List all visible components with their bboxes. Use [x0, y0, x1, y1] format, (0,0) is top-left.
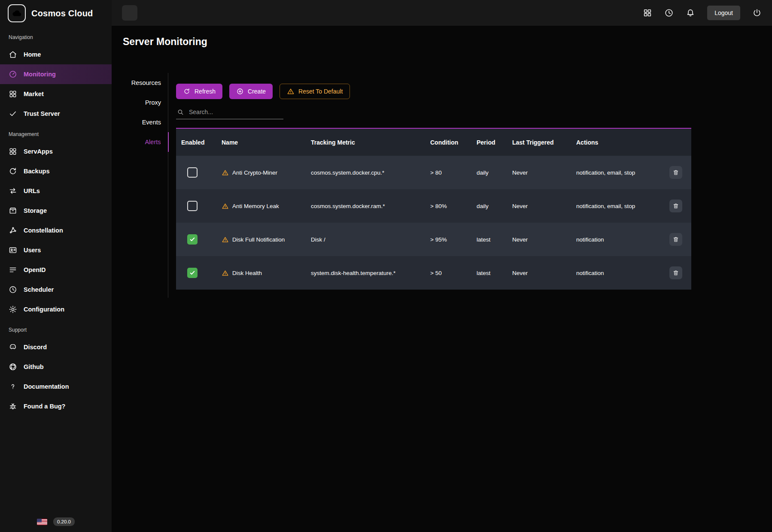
sidebar-item-label: URLs	[24, 187, 40, 194]
reset-to-default-button[interactable]: Reset To Default	[280, 84, 350, 99]
power-button[interactable]	[752, 8, 762, 18]
alert-name: Disk Full Notification	[232, 236, 285, 243]
alert-enabled-checkbox[interactable]	[187, 234, 198, 245]
sidebar-item-label: Home	[24, 51, 41, 58]
trash-icon	[672, 236, 679, 243]
sidebar-item-constellation[interactable]: Constellation	[0, 221, 112, 240]
subtab-resources[interactable]: Resources	[120, 73, 168, 93]
alert-enabled-checkbox[interactable]	[187, 201, 198, 211]
sidebar-section-label: Navigation	[0, 27, 112, 45]
app-title: Cosmos Cloud	[31, 9, 93, 18]
notifications-bell-icon	[686, 8, 695, 18]
sidebar-item-monitoring[interactable]: Monitoring	[0, 64, 112, 84]
logo-row: Cosmos Cloud	[0, 0, 112, 27]
delete-alert-button[interactable]	[669, 233, 682, 246]
history-clock-button[interactable]	[664, 8, 674, 18]
condition-cell: > 80%	[425, 203, 471, 209]
alert-last-triggered: Never	[512, 203, 528, 209]
actions-cell: notification, email, stop	[571, 169, 660, 176]
alert-period: daily	[477, 169, 489, 176]
create-button-label: Create	[248, 88, 266, 95]
name-cell: Disk Health	[216, 269, 306, 277]
sidebar-item-openid[interactable]: OpenID	[0, 260, 112, 280]
column-header-enabled: Enabled	[176, 139, 216, 146]
sidebar-item-backups[interactable]: Backups	[0, 161, 112, 181]
trash-icon	[672, 269, 679, 276]
condition-cell: > 50	[425, 270, 471, 276]
last-triggered-cell: Never	[507, 270, 571, 276]
alert-metric: Disk /	[311, 236, 325, 243]
sidebar-item-storage[interactable]: Storage	[0, 201, 112, 221]
alert-name: Anti Crypto-Miner	[232, 169, 277, 176]
alert-name: Anti Memory Leak	[232, 203, 279, 209]
sidebar-item-configuration[interactable]: Configuration	[0, 299, 112, 319]
subtab-events[interactable]: Events	[120, 112, 168, 132]
notifications-bell-button[interactable]	[686, 8, 695, 18]
refresh-button[interactable]: Refresh	[176, 84, 222, 99]
search-input[interactable]	[188, 108, 283, 116]
trash-icon	[672, 203, 679, 209]
cosmos-cloud-logo-icon	[8, 4, 26, 22]
clock-icon	[9, 285, 17, 294]
toolbar: Refresh Create Reset To Default	[176, 84, 763, 99]
delete-cell	[660, 166, 691, 179]
sidebar-collapse-button[interactable]	[122, 5, 137, 21]
refresh-icon	[183, 88, 191, 95]
delete-alert-button[interactable]	[669, 200, 682, 212]
enabled-cell	[176, 268, 216, 278]
market-grid-icon	[9, 90, 17, 98]
subtab-proxy[interactable]: Proxy	[120, 93, 168, 112]
column-header-condition: Condition	[425, 139, 471, 146]
sidebar-item-label: Users	[24, 247, 41, 254]
delete-alert-button[interactable]	[669, 166, 682, 179]
sidebar-item-scheduler[interactable]: Scheduler	[0, 280, 112, 299]
warning-icon	[222, 203, 229, 210]
delete-cell	[660, 266, 691, 279]
logout-button[interactable]: Logout	[707, 6, 740, 20]
alert-row: Anti Crypto-Minercosmos.system.docker.cp…	[176, 156, 691, 189]
enabled-cell	[176, 234, 216, 245]
sidebar-item-servapps[interactable]: ServApps	[0, 142, 112, 161]
language-flag[interactable]	[37, 519, 47, 525]
sidebar-item-label: Monitoring	[24, 71, 56, 78]
page-title: Server Monitoring	[123, 36, 763, 48]
sidebar-item-label: Trust Server	[24, 110, 60, 117]
users-card-icon	[9, 246, 17, 254]
sidebar-item-urls[interactable]: URLs	[0, 181, 112, 201]
sidebar-item-label: Found a Bug?	[24, 403, 65, 410]
sidebar-item-home[interactable]: Home	[0, 45, 112, 64]
sidebar-item-documentation[interactable]: Documentation	[0, 377, 112, 396]
table-body: Anti Crypto-Minercosmos.system.docker.cp…	[176, 156, 691, 290]
subtab-alerts[interactable]: Alerts	[120, 132, 169, 152]
alert-condition: > 80	[430, 169, 442, 176]
sidebar-item-market[interactable]: Market	[0, 84, 112, 104]
alert-enabled-checkbox[interactable]	[187, 268, 198, 278]
sidebar-nav: NavigationHomeMonitoringMarketTrust Serv…	[0, 27, 112, 416]
enabled-cell	[176, 167, 216, 178]
alert-row: Anti Memory Leakcosmos.system.docker.ram…	[176, 189, 691, 223]
sidebar-item-trust-server[interactable]: Trust Server	[0, 104, 112, 124]
metric-cell: cosmos.system.docker.ram.*	[306, 203, 425, 209]
table-header-row: EnabledNameTracking MetricConditionPerio…	[176, 129, 691, 156]
sidebar-item-found-a-bug[interactable]: Found a Bug?	[0, 396, 112, 416]
alert-condition: > 50	[430, 270, 442, 276]
warning-icon	[222, 169, 229, 176]
topbar: Logout	[112, 0, 772, 26]
alert-enabled-checkbox[interactable]	[187, 167, 198, 178]
last-triggered-cell: Never	[507, 203, 571, 209]
sidebar-item-users[interactable]: Users	[0, 240, 112, 260]
sidebar-item-discord[interactable]: Discord	[0, 337, 112, 357]
metric-cell: Disk /	[306, 236, 425, 243]
sidebar-item-label: Market	[24, 91, 44, 97]
column-header-period: Period	[471, 139, 507, 146]
apps-grid-button[interactable]	[643, 8, 652, 18]
question-icon	[9, 382, 17, 391]
period-cell: daily	[471, 169, 507, 176]
home-icon	[9, 50, 17, 59]
column-header-name: Name	[216, 139, 306, 146]
last-triggered-cell: Never	[507, 236, 571, 243]
sidebar-item-github[interactable]: Github	[0, 357, 112, 377]
create-button[interactable]: Create	[229, 84, 273, 99]
period-cell: latest	[471, 236, 507, 243]
delete-alert-button[interactable]	[669, 266, 682, 279]
